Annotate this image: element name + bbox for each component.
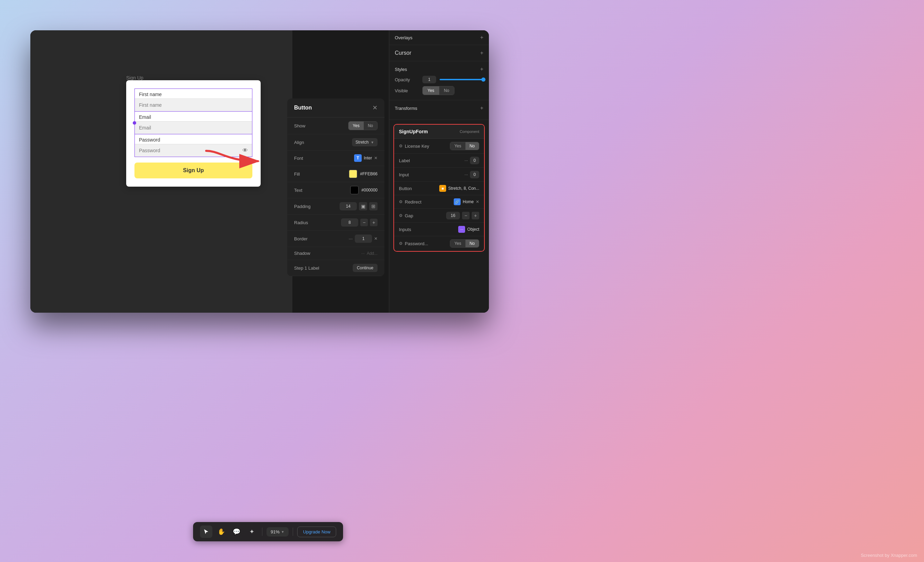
step1-value[interactable]: Continue xyxy=(353,264,378,272)
visible-toggle-group: Yes No xyxy=(422,86,454,95)
email-input[interactable] xyxy=(135,121,252,134)
border-value[interactable]: 1 xyxy=(355,235,372,243)
watermark: Screenshot by Xnapper.com xyxy=(861,553,917,558)
padding-multi-icon[interactable]: ⊞ xyxy=(369,202,378,211)
right-panel: Overlays + Cursor + Styles + Opacity 1 xyxy=(389,30,489,313)
redirect-prop-label: ⚙ Redirect xyxy=(399,199,422,205)
radius-plus-btn[interactable]: + xyxy=(370,219,378,226)
shadow-placeholder[interactable]: Add... xyxy=(367,251,378,256)
upgrade-btn[interactable]: Upgrade Now xyxy=(297,526,336,537)
email-connector-dot xyxy=(133,121,136,125)
visible-label: Visible xyxy=(395,88,419,93)
transforms-header: Transforms + xyxy=(395,105,483,111)
gap-gear-icon: ⚙ xyxy=(399,213,403,218)
redirect-value-row: 🔗 Home ✕ xyxy=(454,198,479,205)
redirect-row: ⚙ Redirect 🔗 Home ✕ xyxy=(394,195,484,209)
redirect-clear-btn[interactable]: ✕ xyxy=(476,199,479,204)
first-name-input[interactable] xyxy=(135,99,252,111)
license-toggle-group: Yes No xyxy=(450,142,479,150)
border-input-row: ··· 1 ✕ xyxy=(349,235,378,243)
gap-row: ⚙ Gap 16 − + xyxy=(394,209,484,223)
button-panel: Button ✕ Show Yes No Align Stretch ▼ Fon… xyxy=(287,99,384,276)
password-label: Password xyxy=(135,134,252,144)
label-row: Label ··· 0 xyxy=(394,154,484,168)
shadow-input-row: ··· Add... xyxy=(362,251,378,256)
fill-color-swatch[interactable] xyxy=(349,170,357,178)
fill-color-value: #FFEB66 xyxy=(360,172,378,176)
border-label: Border xyxy=(294,236,308,241)
opacity-value[interactable]: 1 xyxy=(422,76,436,83)
visible-yes-btn[interactable]: Yes xyxy=(423,87,439,95)
gap-stepper-row: 16 − + xyxy=(446,212,479,219)
padding-square-icon[interactable]: ▣ xyxy=(359,202,367,211)
inputs-prop-label: Inputs xyxy=(399,227,411,232)
redirect-blue-icon: 🔗 xyxy=(454,198,460,205)
input-prop-label: Input xyxy=(399,172,409,177)
email-field: Email xyxy=(135,112,252,134)
cursor-row: Cursor + xyxy=(395,50,483,56)
sun-tool-btn[interactable]: ✦ xyxy=(246,526,258,538)
redirect-value: Home xyxy=(463,199,474,204)
hand-tool-btn[interactable]: ✋ xyxy=(215,526,228,538)
button-panel-close[interactable]: ✕ xyxy=(372,104,378,112)
password-no-btn[interactable]: No xyxy=(465,240,479,247)
zoom-control[interactable]: 91% ▼ xyxy=(267,527,289,537)
fill-row: Fill #FFEB66 xyxy=(287,166,384,182)
show-yes-btn[interactable]: Yes xyxy=(349,121,364,130)
font-clear-btn[interactable]: ✕ xyxy=(374,155,378,160)
component-badge: Component xyxy=(460,130,479,134)
visible-no-btn[interactable]: No xyxy=(439,87,454,95)
gap-plus-btn[interactable]: + xyxy=(472,212,479,219)
button-prop-label: Button xyxy=(399,186,412,191)
step1-row: Step 1 Label Continue xyxy=(287,260,384,276)
transforms-label: Transforms xyxy=(395,106,417,111)
styles-header: Styles + xyxy=(395,66,483,72)
input-value[interactable]: 0 xyxy=(470,171,479,178)
password-toggle-group: Yes No xyxy=(450,239,479,248)
license-key-row: ⚙ License Key Yes No xyxy=(394,139,484,154)
padding-value[interactable]: 14 xyxy=(340,202,357,211)
button-panel-title: Button xyxy=(294,105,312,111)
gap-minus-btn[interactable]: − xyxy=(462,212,470,219)
border-dots-icon: ··· xyxy=(349,236,353,241)
inputs-value: Object xyxy=(467,227,479,232)
radius-minus-btn[interactable]: − xyxy=(360,219,368,226)
label-prop-label: Label xyxy=(399,158,410,163)
button-prop-value: Stretch, 8, Con... xyxy=(448,186,479,191)
radius-value[interactable]: 8 xyxy=(341,218,358,227)
cursor-add-btn[interactable]: + xyxy=(480,50,483,56)
gap-prop-label: ⚙ Gap xyxy=(399,213,413,218)
transforms-add-btn[interactable]: + xyxy=(480,105,483,111)
align-dropdown[interactable]: Stretch ▼ xyxy=(352,138,378,146)
app-window: Sign Up First name Email Password xyxy=(30,30,489,313)
cursor-tool-btn[interactable] xyxy=(200,526,212,538)
button-yellow-icon: ■ xyxy=(439,185,446,192)
font-label: Font xyxy=(294,155,303,161)
license-no-btn[interactable]: No xyxy=(465,142,479,150)
zoom-dropdown-arrow: ▼ xyxy=(281,530,285,534)
license-yes-btn[interactable]: Yes xyxy=(450,142,465,150)
inputs-purple-icon: ··· xyxy=(458,226,465,233)
font-icon: T xyxy=(354,154,362,162)
gap-value[interactable]: 16 xyxy=(446,212,460,219)
comment-tool-btn[interactable]: 💬 xyxy=(230,526,243,538)
redirect-gear-icon: ⚙ xyxy=(399,199,403,204)
styles-section: Styles + Opacity 1 Visible Yes No xyxy=(389,61,489,100)
password-prop-row: ⚙ Password... Yes No xyxy=(394,236,484,251)
styles-add-btn[interactable]: + xyxy=(480,66,483,72)
inputs-value-row: ··· Object xyxy=(458,226,479,233)
label-value[interactable]: 0 xyxy=(470,157,479,164)
password-yes-btn[interactable]: Yes xyxy=(450,240,465,247)
opacity-slider[interactable] xyxy=(440,79,483,80)
input-value-row: ··· 0 xyxy=(464,171,479,178)
text-color-swatch[interactable] xyxy=(350,186,358,194)
opacity-row: Opacity 1 xyxy=(395,76,483,83)
fill-color-row: #FFEB66 xyxy=(349,170,378,178)
label-dots-icon: ··· xyxy=(464,158,468,163)
font-name: Inter xyxy=(364,155,372,160)
canvas-area: Sign Up First name Email Password xyxy=(30,30,292,313)
overlays-add-btn[interactable]: + xyxy=(480,34,483,40)
border-clear-btn[interactable]: ✕ xyxy=(374,236,378,241)
overlays-section: Overlays + xyxy=(389,30,489,45)
show-no-btn[interactable]: No xyxy=(364,121,377,130)
